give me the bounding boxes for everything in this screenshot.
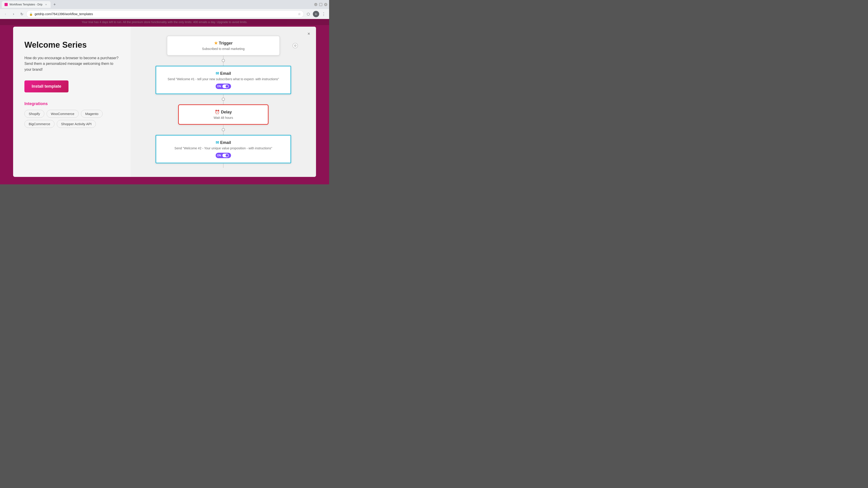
address-bar[interactable]: 🔒 getdrip.com/7641396/workflow_templates… (26, 10, 304, 18)
trigger-node-title: ★ Trigger (173, 41, 274, 46)
url-text: getdrip.com/7641396/workflow_templates (35, 12, 296, 16)
trigger-settings-icon[interactable]: ⚙ (292, 43, 298, 48)
email2-icon: ✉ (216, 140, 219, 145)
workflow-diagram: ★ Trigger Subscribed to email marketing … (144, 33, 303, 170)
connector-3 (223, 125, 223, 135)
email1-node-subtitle: Send "Welcome #1 - tell your new subscri… (162, 77, 285, 81)
lock-icon: 🔒 (29, 12, 33, 16)
integration-tag-bigcommerce: BigCommerce (24, 120, 55, 128)
modal-dialog: × Welcome Series How do you encourage a … (13, 27, 316, 177)
browser-tab-active[interactable]: Workflows Templates - Drip × (2, 1, 51, 8)
browser-chrome: Workflows Templates - Drip × + — × ‹ › ↻… (0, 0, 329, 19)
delay-node-subtitle: Wait 48 hours (184, 116, 262, 120)
browser-nav: ‹ › ↻ 🔒 getdrip.com/7641396/workflow_tem… (0, 9, 329, 19)
page-background: Your trial has 4 days left to run. All t… (0, 19, 329, 184)
email2-toggle[interactable]: ON (216, 153, 231, 158)
forward-button[interactable]: › (10, 10, 17, 18)
tab-favicon (4, 3, 8, 6)
delay-node[interactable]: ⏰ Delay Wait 48 hours (178, 104, 269, 125)
install-template-button[interactable]: Install template (24, 80, 68, 92)
connector-1 (223, 56, 223, 66)
integration-tag-shopify: Shopify (24, 110, 44, 118)
email1-toggle-label: ON (217, 85, 221, 88)
email2-node-title: ✉ Email (162, 140, 285, 145)
connector-dot-1 (222, 59, 225, 62)
bookmark-icon[interactable]: ☆ (298, 12, 301, 16)
connector-dot-3 (222, 128, 225, 131)
integration-tags-container: Shopify WooCommerce Magento BigCommerce … (24, 110, 119, 128)
new-tab-button[interactable]: + (52, 1, 58, 8)
nav-right-controls: ⬡ In ⋮ (305, 10, 327, 18)
minimize-button[interactable]: — (314, 3, 317, 6)
modal-overlay: × Welcome Series How do you encourage a … (0, 19, 329, 184)
modal-title: Welcome Series (24, 40, 119, 50)
email1-toggle[interactable]: ON (216, 84, 231, 89)
profile-button[interactable]: In (313, 11, 319, 17)
modal-left-panel: Welcome Series How do you encourage a br… (13, 27, 131, 177)
email2-toggle-label: ON (217, 154, 221, 157)
email1-node[interactable]: ✉ Email Send "Welcome #1 - tell your new… (156, 66, 291, 94)
email2-toggle-circle (225, 154, 228, 157)
integration-tag-woocommerce: WooCommerce (46, 110, 79, 118)
connector-2 (223, 94, 223, 104)
integration-tag-magento: Magento (81, 110, 103, 118)
modal-close-button[interactable]: × (305, 30, 312, 37)
delay-node-title: ⏰ Delay (184, 109, 262, 115)
trigger-node[interactable]: ★ Trigger Subscribed to email marketing (167, 36, 280, 56)
email2-node[interactable]: ✉ Email Send "Welcome #2 - Your unique v… (156, 135, 291, 163)
email1-icon: ✉ (216, 71, 219, 76)
delay-icon: ⏰ (215, 110, 220, 114)
trigger-star-icon: ★ (214, 41, 218, 45)
email1-node-title: ✉ Email (162, 71, 285, 76)
connector-dot-2 (222, 98, 225, 101)
modal-right-panel: ★ Trigger Subscribed to email marketing … (131, 27, 316, 177)
back-button[interactable]: ‹ (2, 10, 9, 18)
close-window-button[interactable]: × (324, 3, 327, 6)
browser-titlebar: Workflows Templates - Drip × + — × (0, 0, 329, 9)
tab-title: Workflows Templates - Drip (9, 3, 42, 6)
tab-close-button[interactable]: × (44, 3, 48, 6)
maximize-button[interactable] (319, 3, 322, 6)
modal-description: How do you encourage a browser to become… (24, 55, 119, 72)
email1-toggle-switch[interactable] (222, 85, 229, 88)
browser-menu-button[interactable]: ⋮ (320, 10, 327, 18)
integrations-title: Integrations (24, 101, 119, 106)
extensions-button[interactable]: ⬡ (305, 10, 312, 18)
refresh-button[interactable]: ↻ (18, 10, 25, 18)
email2-node-subtitle: Send "Welcome #2 - Your unique value pro… (162, 147, 285, 150)
connector-4 (223, 163, 223, 168)
email2-toggle-switch[interactable] (222, 154, 229, 157)
email1-toggle-circle (225, 85, 228, 88)
integration-tag-shopper-api: Shopper Activity API (57, 120, 96, 128)
trigger-node-subtitle: Subscribed to email marketing (173, 47, 274, 51)
